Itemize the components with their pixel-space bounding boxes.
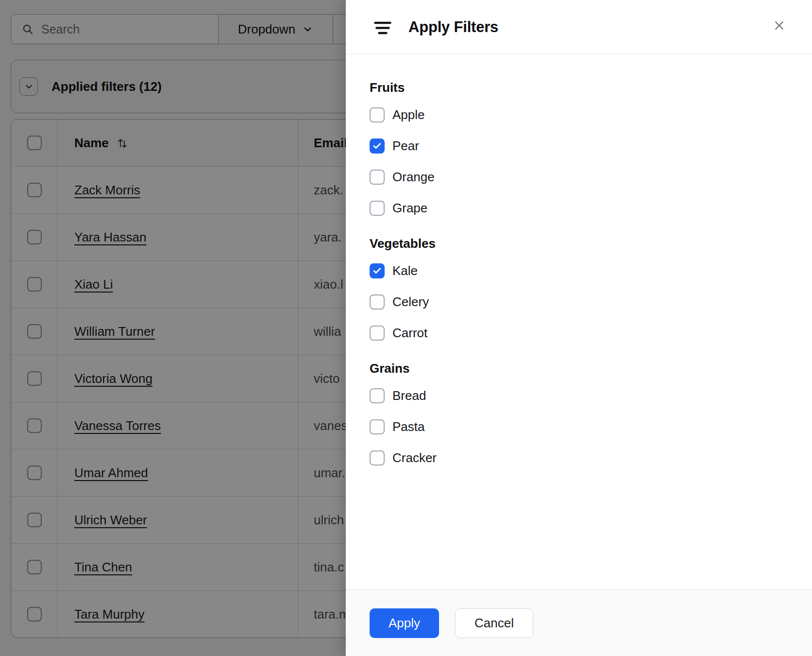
filter-option[interactable]: Pear <box>370 134 788 157</box>
filter-option-label: Carrot <box>392 326 427 341</box>
filter-option[interactable]: Grape <box>370 196 788 220</box>
filter-option-label: Apple <box>392 107 425 122</box>
filter-option-label: Pasta <box>392 419 425 434</box>
filter-option-label: Bread <box>392 388 426 403</box>
checkbox[interactable] <box>370 170 385 185</box>
filter-option[interactable]: Cracker <box>370 446 788 469</box>
filter-option[interactable]: Kale <box>370 259 788 282</box>
filter-section-grains: Grains Bread Pasta C <box>370 360 788 469</box>
checkbox[interactable] <box>370 294 385 310</box>
check-icon <box>372 266 382 276</box>
checkbox[interactable] <box>370 138 385 154</box>
filter-option-label: Kale <box>392 263 418 278</box>
filter-icon <box>374 18 391 36</box>
filter-option[interactable]: Apple <box>370 103 788 126</box>
filter-option[interactable]: Pasta <box>370 415 788 438</box>
close-button[interactable] <box>768 15 790 36</box>
filter-option-label: Pear <box>392 138 419 154</box>
filter-option-label: Orange <box>392 170 435 185</box>
filter-option[interactable]: Bread <box>370 384 788 407</box>
filter-section-vegetables: Vegetables Kale Celery <box>370 235 788 345</box>
section-heading: Vegetables <box>370 235 788 252</box>
drawer-header: Apply Filters <box>346 0 812 54</box>
filter-option[interactable]: Carrot <box>370 321 788 345</box>
drawer-body: Fruits Apple Pear Or <box>346 54 812 589</box>
checkbox[interactable] <box>370 263 385 278</box>
close-icon <box>773 19 785 32</box>
checkbox[interactable] <box>370 326 385 341</box>
filter-drawer: Apply Filters Fruits Apple <box>346 0 812 656</box>
app-root: Dropdown Applied filters (12) Name E <box>0 0 812 656</box>
filter-option-label: Grape <box>392 201 427 216</box>
drawer-footer: Apply Cancel <box>346 589 812 656</box>
filter-section-fruits: Fruits Apple Pear Or <box>370 79 788 220</box>
section-heading: Grains <box>370 360 788 377</box>
apply-button[interactable]: Apply <box>370 608 439 638</box>
checkbox[interactable] <box>370 107 385 122</box>
filter-option-label: Cracker <box>392 450 437 466</box>
cancel-button[interactable]: Cancel <box>455 608 533 638</box>
filter-option[interactable]: Orange <box>370 165 788 189</box>
checkbox[interactable] <box>370 388 385 403</box>
filter-option-label: Celery <box>392 294 429 310</box>
drawer-title: Apply Filters <box>408 18 498 36</box>
checkbox[interactable] <box>370 419 385 434</box>
check-icon <box>372 141 382 151</box>
checkbox[interactable] <box>370 201 385 216</box>
checkbox[interactable] <box>370 450 385 466</box>
filter-option[interactable]: Celery <box>370 290 788 313</box>
section-heading: Fruits <box>370 79 788 96</box>
